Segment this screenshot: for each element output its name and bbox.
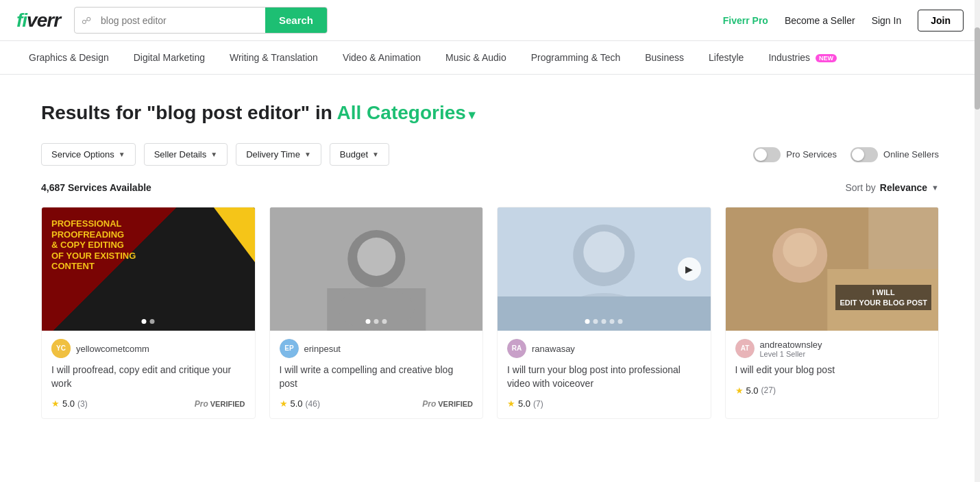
card-2[interactable]: EP erinpesut I will write a compelling a… xyxy=(269,207,484,419)
card-4-seller-level: Level 1 Seller xyxy=(760,350,822,358)
service-options-chevron-icon: ▼ xyxy=(119,151,125,158)
nav-item-industries[interactable]: Industries NEW xyxy=(756,41,849,74)
delivery-time-filter[interactable]: Delivery Time ▼ xyxy=(236,143,321,166)
card-2-rating: ★ 5.0 (46) xyxy=(280,398,320,409)
card-2-title: I will write a compelling and creative b… xyxy=(280,364,474,390)
card-1[interactable]: PROFESSIONALPROOFREADING& COPY EDITINGOF… xyxy=(41,207,256,419)
header: fiverr ☍ blog post editor Search Fiverr … xyxy=(0,0,980,41)
pro-text: Pro xyxy=(422,399,436,409)
card-4-avatar: AT xyxy=(735,339,755,358)
fiverr-pro-link[interactable]: Fiverr Pro xyxy=(723,15,768,26)
card-3-avatar: RA xyxy=(507,339,526,358)
search-input[interactable]: blog post editor xyxy=(98,10,265,31)
nav-item-music-audio[interactable]: Music & Audio xyxy=(433,41,519,74)
nav-item-video-animation[interactable]: Video & Animation xyxy=(330,41,433,74)
card-3[interactable]: ▶ RA ranawasay I wi xyxy=(497,207,711,419)
services-count: 4,687 Services Available xyxy=(41,182,151,193)
card-1-image: PROFESSIONALPROOFREADING& COPY EDITINGOF… xyxy=(42,207,255,331)
pro-services-toggle-item: Pro Services xyxy=(753,147,837,162)
star-icon: ★ xyxy=(51,398,60,409)
star-icon: ★ xyxy=(507,398,515,409)
card-1-seller-info: YC yellowcometcomm xyxy=(51,339,245,358)
nav-item-programming-tech[interactable]: Programming & Tech xyxy=(519,41,633,74)
card-3-footer: ★ 5.0 (7) xyxy=(507,398,701,409)
card-1-seller-name-wrap: yellowcometcomm xyxy=(76,344,149,354)
scrollbar-thumb[interactable] xyxy=(975,27,980,110)
verified-text: VERIFIED xyxy=(438,400,473,408)
logo[interactable]: fiverr xyxy=(16,10,60,31)
card-1-pro-verified: Pro VERIFIED xyxy=(195,399,245,409)
card-3-rating: ★ 5.0 (7) xyxy=(507,398,543,409)
svg-point-11 xyxy=(583,231,624,272)
main-nav: Graphics & Design Digital Marketing Writ… xyxy=(0,41,980,75)
search-icon: ☍ xyxy=(75,15,98,26)
svg-text:YC: YC xyxy=(56,344,66,352)
card-1-rating-count: (3) xyxy=(77,399,88,409)
pro-services-toggle[interactable] xyxy=(753,147,781,162)
nav-item-graphics-design[interactable]: Graphics & Design xyxy=(16,41,121,74)
nav-item-business[interactable]: Business xyxy=(633,41,696,74)
card-3-title: I will turn your blog post into professi… xyxy=(507,364,701,390)
svg-point-19 xyxy=(783,233,817,267)
nav-item-digital-marketing[interactable]: Digital Marketing xyxy=(121,41,217,74)
dot xyxy=(602,319,607,324)
stats-row: 4,687 Services Available Sort by Relevan… xyxy=(41,182,939,193)
star-icon: ★ xyxy=(735,385,744,396)
card-4-footer: ★ 5.0 (27) xyxy=(735,385,929,396)
online-sellers-label: Online Sellers xyxy=(883,149,939,160)
delivery-time-chevron-icon: ▼ xyxy=(304,151,311,158)
budget-chevron-icon: ▼ xyxy=(372,151,379,158)
card-1-seller-name: yellowcometcomm xyxy=(76,344,149,354)
card-3-body: RA ranawasay I will turn your blog post … xyxy=(498,331,711,418)
online-sellers-toggle-item: Online Sellers xyxy=(850,147,939,162)
sort-value: Relevance xyxy=(880,182,927,193)
card-4-rating-value: 5.0 xyxy=(746,385,759,396)
card-3-image: ▶ xyxy=(498,207,711,331)
dot xyxy=(365,319,370,324)
card-2-seller-name: erinpesut xyxy=(304,344,341,354)
online-sellers-toggle[interactable] xyxy=(850,147,878,162)
service-options-filter[interactable]: Service Options ▼ xyxy=(41,143,136,166)
card-2-rating-value: 5.0 xyxy=(291,398,303,409)
dot xyxy=(150,319,155,324)
card-1-rating-value: 5.0 xyxy=(62,398,75,409)
card-4-seller-info: AT andreatownsley Level 1 Seller xyxy=(735,339,929,358)
card-3-play-icon[interactable]: ▶ xyxy=(678,257,701,281)
pro-text: Pro xyxy=(195,399,208,409)
sign-in-link[interactable]: Sign In xyxy=(872,15,902,26)
all-categories-link[interactable]: All Categories▼ xyxy=(337,102,478,123)
seller-details-filter[interactable]: Seller Details ▼ xyxy=(144,143,228,166)
nav-item-lifestyle[interactable]: Lifestyle xyxy=(696,41,756,74)
search-button[interactable]: Search xyxy=(265,8,327,33)
card-2-footer: ★ 5.0 (46) Pro VERIFIED xyxy=(280,398,474,409)
sort-chevron-icon[interactable]: ▼ xyxy=(931,183,939,192)
star-icon: ★ xyxy=(280,398,288,409)
card-4[interactable]: I WILLEDIT YOUR BLOG POST AT andreatowns… xyxy=(725,207,940,419)
card-3-seller-name-wrap: ranawasay xyxy=(532,344,575,354)
card-1-avatar: YC xyxy=(51,339,71,358)
card-4-overlay-text: I WILLEDIT YOUR BLOG POST xyxy=(835,285,931,310)
card-2-seller-info: EP erinpesut xyxy=(280,339,474,358)
card-2-avatar: EP xyxy=(280,339,299,358)
search-bar: ☍ blog post editor Search xyxy=(74,7,328,34)
nav-item-writing-translation[interactable]: Writing & Translation xyxy=(217,41,330,74)
join-button[interactable]: Join xyxy=(918,10,964,31)
seller-details-chevron-icon: ▼ xyxy=(210,151,217,158)
card-4-body: AT andreatownsley Level 1 Seller I will … xyxy=(726,331,939,405)
become-seller-link[interactable]: Become a Seller xyxy=(785,15,855,26)
header-right: Fiverr Pro Become a Seller Sign In Join xyxy=(723,10,964,31)
verified-text: VERIFIED xyxy=(210,400,245,408)
scrollbar[interactable] xyxy=(975,0,980,433)
card-2-rating-count: (46) xyxy=(306,399,320,409)
card-1-title: I will proofread, copy edit and critique… xyxy=(51,364,245,390)
svg-rect-13 xyxy=(498,296,711,331)
dot xyxy=(610,319,615,324)
card-1-dots xyxy=(142,319,155,324)
card-2-dots xyxy=(365,319,387,324)
card-3-dots xyxy=(585,319,623,324)
sort-control[interactable]: Sort by Relevance ▼ xyxy=(845,182,939,193)
sort-label: Sort by xyxy=(845,182,875,193)
budget-filter[interactable]: Budget ▼ xyxy=(330,143,389,166)
card-1-rating: ★ 5.0 (3) xyxy=(51,398,88,409)
card-2-body: EP erinpesut I will write a compelling a… xyxy=(270,331,483,418)
